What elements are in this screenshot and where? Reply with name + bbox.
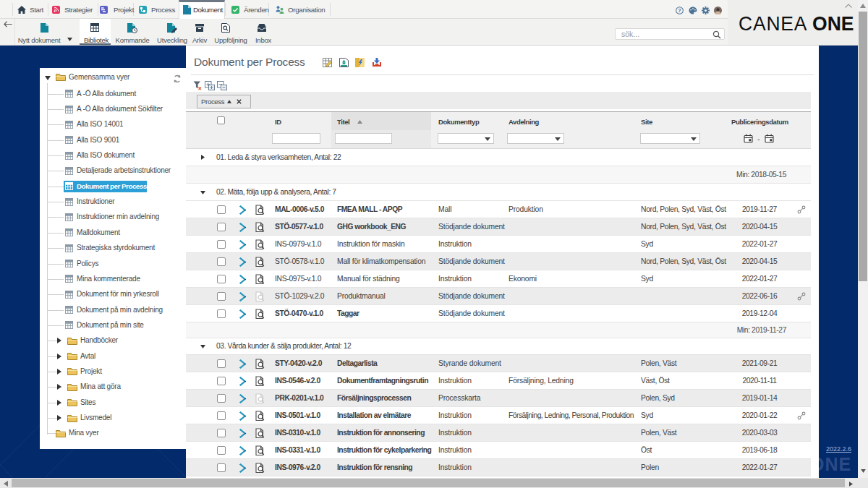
svg-text:?: ? xyxy=(678,7,681,14)
